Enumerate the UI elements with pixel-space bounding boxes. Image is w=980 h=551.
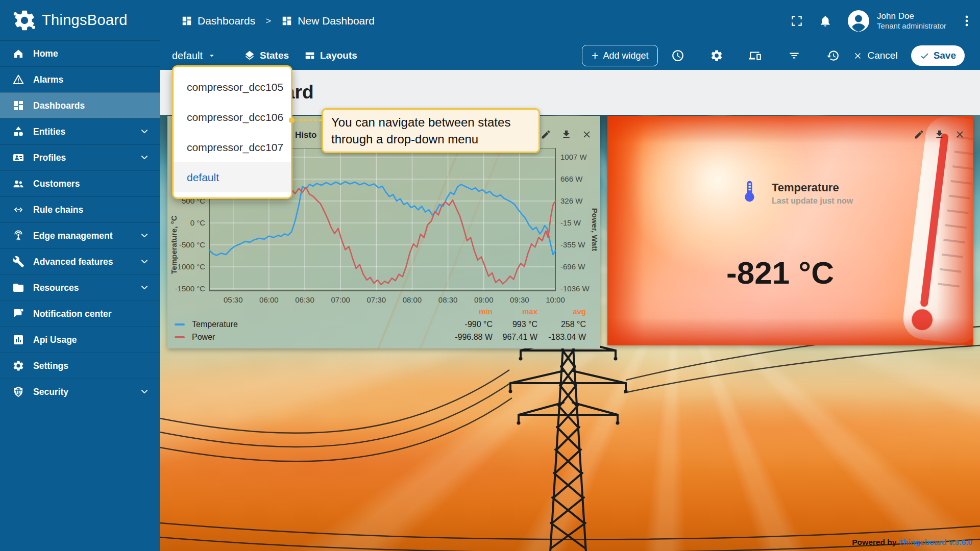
legend-header-max: max (493, 307, 537, 316)
svg-text:-355 W: -355 W (560, 240, 585, 249)
home-icon (12, 47, 24, 60)
svg-text:-1000 °C: -1000 °C (175, 262, 206, 271)
svg-text:-500 °C: -500 °C (179, 240, 205, 249)
save-button[interactable]: Save (911, 45, 965, 66)
dashboards-icon (181, 15, 192, 27)
device-layouts-icon[interactable] (749, 49, 762, 62)
breadcrumb-dashboards[interactable]: Dashboards (181, 15, 255, 27)
legend-header-avg: avg (537, 307, 586, 316)
temp-widget-last-update: Last update just now (772, 196, 853, 206)
sidebar-item-rule-chains[interactable]: Rule chains (0, 196, 160, 222)
notifications-bell-icon[interactable] (819, 14, 832, 28)
svg-text:326 W: 326 W (560, 196, 583, 205)
cancel-button[interactable]: Cancel (853, 50, 897, 61)
sidebar-item-label: Notification center (33, 309, 112, 319)
sidebar-item-label: Advanced features (33, 257, 113, 267)
powered-by-footer: Powered by Thingsboard v.3.6.0 (852, 538, 972, 547)
svg-text:06:00: 06:00 (259, 295, 279, 304)
edit-pencil-icon[interactable] (914, 129, 924, 140)
sidebar-item-api-usage[interactable]: Api Usage (0, 327, 160, 353)
check-icon (920, 51, 929, 61)
sidebar-item-home[interactable]: Home (0, 40, 160, 66)
svg-text:Temperature, °C: Temperature, °C (169, 215, 178, 274)
sidebar-item-label: Settings (33, 361, 68, 371)
state-menu-item-default[interactable]: default (174, 162, 291, 192)
sidebar-item-security[interactable]: Security (0, 379, 160, 405)
legend-max: 967.41 W (493, 333, 537, 342)
sidebar-item-label: Resources (33, 283, 79, 293)
user-name: John Doe (877, 11, 946, 21)
svg-text:08:00: 08:00 (403, 295, 422, 304)
sidebar-item-label: Alarms (33, 74, 63, 85)
sidebar-item-alarms[interactable]: Alarms (0, 66, 160, 92)
version-history-icon[interactable] (826, 49, 840, 62)
legend-row-power: Power-996.88 W967.41 W-183.04 W (175, 331, 586, 343)
sidebar-item-label: Api Usage (33, 335, 77, 345)
download-icon[interactable] (934, 129, 945, 140)
breadcrumb-separator: > (265, 15, 271, 27)
sidebar-item-edge-management[interactable]: Edge management (0, 222, 160, 248)
close-icon[interactable] (581, 129, 592, 140)
app-logo[interactable]: ThingsBoard (0, 0, 160, 40)
settings-icon (12, 360, 24, 372)
sidebar-menu: HomeAlarmsDashboardsEntitiesProfilesCust… (0, 40, 160, 405)
api-usage-icon (12, 334, 24, 346)
chevron-down-icon (139, 153, 150, 163)
user-info[interactable]: John Doe Tenant administrator (877, 11, 946, 31)
sidebar-item-label: Home (33, 48, 58, 59)
profiles-icon (12, 152, 24, 164)
sidebar-item-label: Entities (33, 127, 65, 137)
sidebar-item-customers[interactable]: Customers (0, 170, 160, 196)
legend-series-name[interactable]: Power (192, 333, 279, 342)
svg-text:-1036 W: -1036 W (560, 284, 590, 293)
dashboard-settings-gear-icon[interactable] (710, 49, 723, 62)
legend-min: -996.88 W (444, 333, 493, 342)
svg-text:-1500 °C: -1500 °C (175, 284, 206, 293)
download-icon[interactable] (561, 129, 572, 140)
sidebar-item-label: Customers (33, 179, 80, 189)
user-avatar[interactable] (847, 10, 870, 32)
widget-actions (914, 129, 965, 140)
fullscreen-icon[interactable] (790, 14, 803, 28)
svg-text:08:30: 08:30 (438, 295, 458, 304)
thingsboard-version-link[interactable]: Thingsboard v.3.6.0 (899, 538, 972, 546)
tooltip-connector-dot (289, 117, 295, 123)
rule-chains-icon (12, 204, 24, 216)
svg-text:07:00: 07:00 (331, 295, 350, 304)
layout-icon (304, 50, 315, 61)
sidebar-item-resources[interactable]: Resources (0, 274, 160, 300)
filter-icon[interactable] (788, 49, 801, 62)
state-menu-item-compressor_dcc107[interactable]: compressor_dcc107 (174, 132, 291, 162)
legend-max: 993 °C (493, 320, 537, 329)
close-icon[interactable] (954, 129, 965, 140)
sidebar-item-advanced-features[interactable]: Advanced features (0, 248, 160, 274)
chart-legend: minmaxavgTemperature-990 °C993 °C258 °CP… (175, 305, 586, 343)
legend-swatch (175, 336, 185, 338)
security-icon (12, 386, 24, 398)
edit-pencil-icon[interactable] (541, 129, 551, 140)
sidebar-item-notification-center[interactable]: Notification center (0, 300, 160, 327)
svg-text:10:00: 10:00 (546, 295, 565, 304)
svg-text:07:30: 07:30 (367, 295, 386, 304)
state-selector-value: default (172, 50, 203, 62)
state-menu-item-compressor_dcc106[interactable]: compressor_dcc106 (174, 102, 291, 132)
temp-widget-title: Temperature (772, 181, 839, 194)
widget-title: Histo (295, 130, 317, 140)
sidebar-item-profiles[interactable]: Profiles (0, 144, 160, 170)
legend-avg: 258 °C (537, 320, 586, 329)
kebab-menu-icon[interactable] (962, 14, 972, 28)
layouts-button[interactable]: Layouts (304, 41, 357, 70)
sidebar-item-dashboards[interactable]: Dashboards (0, 92, 160, 118)
breadcrumb-new-dashboard[interactable]: New Dashboard (281, 15, 375, 27)
state-menu-item-compressor_dcc105[interactable]: compressor_dcc105 (174, 72, 291, 102)
legend-min: -990 °C (444, 320, 493, 329)
layers-icon (244, 50, 255, 61)
legend-series-name[interactable]: Temperature (192, 320, 279, 329)
tutorial-tooltip: You can navigate between states through … (322, 108, 540, 153)
toolbar-right: + Add widget Cancel Save (582, 41, 965, 70)
sidebar-item-entities[interactable]: Entities (0, 118, 160, 144)
thingsboard-gear-logo-icon (12, 8, 37, 33)
time-window-clock-icon[interactable] (671, 49, 684, 62)
add-widget-button[interactable]: + Add widget (582, 45, 658, 66)
sidebar-item-settings[interactable]: Settings (0, 353, 160, 379)
